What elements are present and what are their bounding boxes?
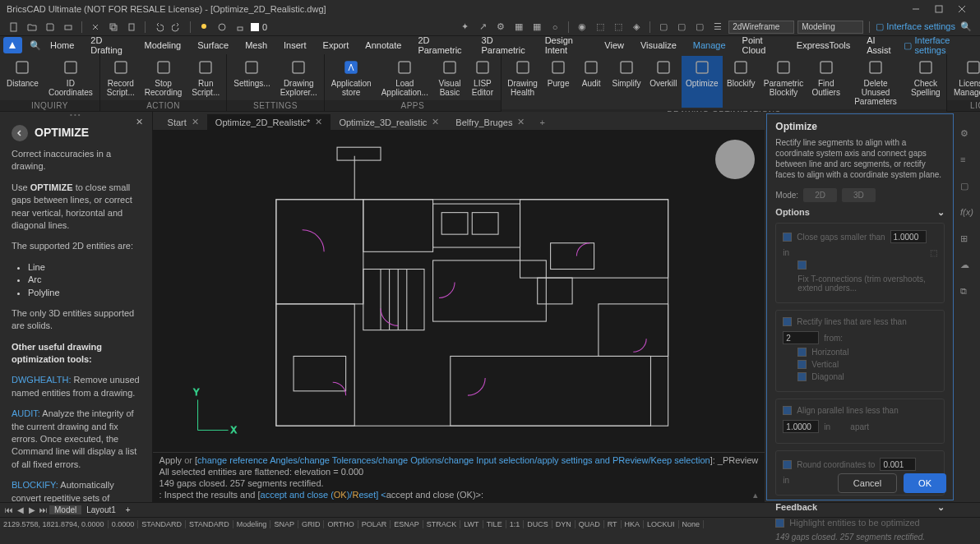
tool-icon[interactable]: ▦	[529, 20, 544, 35]
ribbon-optimize[interactable]: Optimize	[682, 56, 723, 108]
ribbon-drawing-explorer-[interactable]: DrawingExplorer...	[275, 56, 322, 99]
status-0.0000[interactable]: 0.0000	[109, 520, 139, 528]
ribbon-stop-recording[interactable]: StopRecording	[140, 56, 187, 99]
prev-layout-button[interactable]: ◀	[15, 505, 26, 516]
menu-manage[interactable]: Manage	[685, 36, 734, 54]
mode-2d-button[interactable]: 2D	[803, 188, 837, 202]
diagonal-checkbox[interactable]	[797, 372, 807, 381]
cloud-icon[interactable]: ☁	[960, 260, 975, 274]
ribbon-check-spelling[interactable]: CheckSpelling	[907, 56, 945, 108]
tool-icon[interactable]: ▢	[674, 20, 689, 35]
doc-tab[interactable]: Optimize_2D_Realistic*✕	[207, 114, 331, 130]
ribbon-drawing-health[interactable]: DrawingHealth	[503, 56, 542, 108]
status-modeling[interactable]: Modeling	[233, 520, 271, 528]
gap-unit[interactable]: in	[783, 248, 804, 257]
ok-button[interactable]: OK	[904, 473, 946, 493]
ribbon-load-application-[interactable]: LoadApplication...	[377, 56, 433, 99]
save-icon[interactable]	[43, 20, 58, 35]
interface-settings-button[interactable]: ▢ Interface settings	[904, 35, 977, 55]
menu-2d-parametric[interactable]: 2D Parametric	[409, 36, 473, 54]
tool-icon[interactable]: ⚙	[493, 20, 508, 35]
paste-icon[interactable]	[124, 20, 139, 35]
status-standard[interactable]: STANDARD	[186, 520, 233, 528]
menu-2d-drafting[interactable]: 2D Drafting	[82, 36, 136, 54]
tool-icon[interactable]: ▢	[692, 20, 707, 35]
status-grid[interactable]: GRID	[298, 520, 325, 528]
gap-value-input[interactable]	[890, 230, 927, 243]
print-icon[interactable]	[61, 20, 76, 35]
close-window-button[interactable]	[950, 1, 973, 17]
ribbon-delete-unused-parameters[interactable]: Delete UnusedParameters	[844, 56, 907, 108]
layers-icon[interactable]: ≡	[960, 154, 975, 169]
ribbon-application-store[interactable]: Applicationstore	[326, 56, 377, 99]
tool-icon[interactable]: ▢	[656, 20, 671, 35]
tool-icon[interactable]: ◉	[575, 20, 589, 35]
first-layout-button[interactable]: ⏮	[3, 505, 15, 516]
close-icon[interactable]: ✕	[136, 117, 149, 130]
new-icon[interactable]	[7, 20, 21, 35]
ribbon-run-script-[interactable]: RunScript...	[187, 56, 224, 99]
ribbon-visual-basic[interactable]: VisualBasic	[433, 56, 466, 99]
command-input[interactable]: : Inspect the results and [accept and cl…	[159, 489, 759, 500]
ribbon-purge[interactable]: Purge	[542, 56, 575, 108]
next-layout-button[interactable]: ▶	[26, 505, 38, 516]
ribbon-overkill[interactable]: Overkill	[645, 56, 682, 108]
menu-ai-assist[interactable]: AI Assist	[858, 36, 903, 54]
tool-icon[interactable]: ▦	[511, 20, 526, 35]
status-snap[interactable]: SNAP	[270, 520, 298, 528]
align-checkbox[interactable]	[783, 406, 792, 415]
highlight-checkbox[interactable]	[775, 519, 784, 528]
tool-icon[interactable]: ⬚	[593, 20, 608, 35]
status-tile[interactable]: TILE	[483, 520, 506, 528]
menu-insert[interactable]: Insert	[275, 36, 315, 54]
status-rt[interactable]: RT	[604, 520, 622, 528]
status-ortho[interactable]: ORTHO	[324, 520, 358, 528]
options-header[interactable]: Options	[775, 207, 810, 218]
app-logo-button[interactable]	[3, 37, 22, 53]
search-icon[interactable]: 🔍	[959, 20, 973, 35]
chevron-down-icon[interactable]: ⌄	[937, 207, 945, 218]
rectify-checkbox[interactable]	[783, 317, 792, 326]
layer-color-swatch[interactable]	[251, 23, 259, 31]
fx-icon[interactable]: f(x)	[960, 207, 975, 222]
status-11[interactable]: 1:1	[506, 520, 525, 528]
status-lwt[interactable]: LWT	[460, 520, 483, 528]
menu-visualize[interactable]: Visualize	[632, 36, 685, 54]
menu-view[interactable]: View	[596, 36, 632, 54]
align-unit[interactable]: in	[824, 422, 845, 431]
status-hka[interactable]: HKA	[622, 520, 645, 528]
ribbon-settings-[interactable]: Settings...	[229, 56, 275, 99]
round-checkbox[interactable]	[783, 460, 792, 469]
tool-icon[interactable]: ☰	[710, 20, 725, 35]
workspace-select[interactable]: Modeling	[797, 21, 863, 34]
search-icon[interactable]: 🔍	[29, 40, 42, 51]
view-compass[interactable]	[715, 140, 755, 179]
menu-export[interactable]: Export	[315, 36, 358, 54]
select-icon[interactable]: ⬚	[930, 248, 937, 257]
ribbon-find-outliers[interactable]: FindOutliers	[807, 56, 844, 108]
copy-icon[interactable]	[106, 20, 121, 35]
status-polar[interactable]: POLAR	[358, 520, 391, 528]
cut-icon[interactable]	[88, 20, 103, 35]
layer-select[interactable]: 0	[262, 22, 377, 32]
menu-mesh[interactable]: Mesh	[237, 36, 275, 54]
ribbon-id-coordinates[interactable]: IDCoordinates	[44, 56, 98, 99]
horizontal-checkbox[interactable]	[797, 348, 807, 357]
tool-icon[interactable]: ⬚	[611, 20, 626, 35]
visual-style-select[interactable]: 2dWireframe	[728, 21, 794, 34]
status-none[interactable]: None	[679, 520, 705, 528]
doc-tab[interactable]: Belfry_Bruges✕	[447, 114, 533, 130]
chevron-down-icon[interactable]: ⌄	[937, 502, 945, 513]
align-value-input[interactable]	[783, 420, 819, 433]
tool-icon[interactable]: ↗	[475, 20, 490, 35]
tool-icon[interactable]: ◈	[629, 20, 644, 35]
minimize-button[interactable]	[904, 1, 927, 17]
tool-icon[interactable]: ○	[548, 20, 562, 35]
new-tab-button[interactable]: +	[533, 115, 551, 130]
redo-icon[interactable]	[169, 20, 184, 35]
layer-lock-icon[interactable]	[233, 20, 247, 35]
ribbon-parametric-blockify[interactable]: ParametricBlockify	[760, 56, 807, 108]
close-tab-icon[interactable]: ✕	[192, 117, 199, 127]
cancel-button[interactable]: Cancel	[838, 473, 897, 493]
model-tab[interactable]: Model	[49, 505, 81, 514]
